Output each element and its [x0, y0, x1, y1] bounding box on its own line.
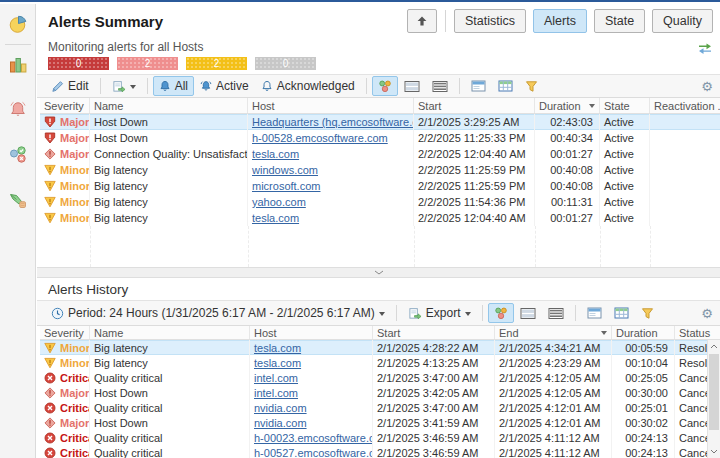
start-cell: 2/1/2025 4:28:22 AM: [373, 340, 495, 355]
table-view-button[interactable]: [492, 77, 519, 95]
host-link[interactable]: nvidia.com: [254, 402, 307, 414]
host-state-icon[interactable]: [7, 144, 29, 166]
nav-button-statistics[interactable]: Statistics: [454, 9, 526, 33]
summary-row[interactable]: MinorBig latencywindows.com2/2/2025 11:2…: [40, 162, 720, 178]
column-header-state[interactable]: State: [600, 98, 650, 113]
edit-button[interactable]: Edit: [45, 76, 95, 96]
panel-splitter[interactable]: [37, 267, 720, 278]
start-cell: 2/1/2025 3:41:59 AM: [373, 415, 495, 430]
column-header-host[interactable]: Host: [250, 326, 373, 339]
host-cell: microsoft.com: [248, 178, 414, 194]
host-link[interactable]: tesla.com: [252, 148, 299, 160]
column-header-severity[interactable]: Severity: [40, 98, 90, 113]
up-arrow-button[interactable]: [407, 9, 437, 33]
history-card-view-button[interactable]: [581, 304, 608, 322]
column-header-duration[interactable]: Duration: [612, 326, 675, 339]
host-link[interactable]: Headquarters (hq.emcosoftware.com): [252, 116, 414, 128]
severity-critical-circle-icon: [44, 372, 56, 384]
nav-button-state[interactable]: State: [594, 9, 645, 33]
history-row[interactable]: MajorHost Downintel.com2/1/2025 3:42:05 …: [40, 385, 720, 400]
nav-button-alerts[interactable]: Alerts: [533, 9, 587, 33]
history-row[interactable]: CriticalQuality criticalh-00527.emcosoft…: [40, 445, 720, 458]
severity-label: Minor: [60, 164, 90, 176]
history-row[interactable]: MinorBig latencytesla.com2/1/2025 4:28:2…: [40, 340, 720, 355]
history-alert-dots-toggle[interactable]: [488, 303, 514, 323]
duration-cell: 00:05:59: [612, 340, 675, 355]
history-scrollbar[interactable]: [707, 340, 720, 458]
filter-all-button[interactable]: All: [153, 76, 194, 96]
column-header-host[interactable]: Host: [248, 98, 414, 113]
list-layout-toggle[interactable]: [426, 77, 454, 96]
nav-button-quality[interactable]: Quality: [652, 9, 713, 33]
title-bar: Alerts Summary Statistics Alerts State Q…: [37, 4, 720, 38]
column-header-name[interactable]: Name: [90, 98, 248, 113]
column-header-severity[interactable]: Severity: [40, 326, 90, 339]
alert-name-cell: Host Down: [90, 114, 248, 130]
history-table-view-button[interactable]: [608, 304, 635, 322]
column-header-name[interactable]: Name: [90, 326, 250, 339]
history-row[interactable]: CriticalQuality criticalh-00023.emcosoft…: [40, 430, 720, 445]
summary-row[interactable]: MinorBig latencyyahoo.com2/2/2025 11:54:…: [40, 194, 720, 210]
severity-critical-circle-icon: [44, 402, 56, 414]
duration-cell: 00:30:02: [612, 415, 675, 430]
host-link[interactable]: intel.com: [254, 372, 298, 384]
host-link[interactable]: tesla.com: [254, 342, 301, 354]
column-header-duration[interactable]: Duration: [535, 98, 600, 113]
bar-chart-icon[interactable]: [7, 54, 29, 76]
end-cell: 2/1/2025 4:34:21 AM: [495, 340, 612, 355]
history-row[interactable]: MajorHost Downnvidia.com2/1/2025 3:41:59…: [40, 415, 720, 430]
column-header-end[interactable]: End: [495, 326, 612, 339]
filter-acknowledged-button[interactable]: Acknowledged: [255, 76, 361, 96]
scroll-down-icon[interactable]: [708, 445, 720, 458]
host-link[interactable]: intel.com: [254, 387, 298, 399]
alert-type-dots-toggle[interactable]: [372, 76, 398, 96]
summary-row[interactable]: MajorHost Downh-00528.emcosoftware.com2/…: [40, 130, 720, 146]
up-arrow-icon: [416, 15, 428, 27]
summary-row[interactable]: MinorBig latencytesla.com2/2/2025 12:04:…: [40, 210, 720, 226]
period-button[interactable]: Period: 24 Hours (1/31/2025 6:17 AM - 2/…: [45, 303, 391, 323]
swap-arrows-icon[interactable]: [697, 41, 715, 57]
severity-cell: Major: [40, 415, 90, 430]
host-link[interactable]: tesla.com: [252, 212, 299, 224]
host-link[interactable]: h-00023.emcosoftware.com: [254, 432, 373, 444]
filter-funnel-button[interactable]: [519, 77, 544, 96]
summary-row[interactable]: MajorHost DownHeadquarters (hq.emcosoftw…: [40, 114, 720, 130]
badge-critical: 0: [48, 57, 109, 70]
severity-host-down-icon: [44, 132, 56, 144]
settings-gear-icon[interactable]: ⚙: [701, 80, 713, 93]
filter-active-button[interactable]: Active: [194, 76, 255, 96]
column-header-start[interactable]: Start: [414, 98, 535, 113]
host-link[interactable]: h-00528.emcosoftware.com: [252, 132, 388, 144]
reactivation-cell: [650, 178, 720, 194]
end-cell: 2/1/2025 4:12:05 AM: [495, 385, 612, 400]
host-link[interactable]: microsoft.com: [252, 180, 320, 192]
alerts-bell-icon[interactable]: [7, 99, 29, 121]
history-row[interactable]: MinorBig latencytesla.com2/1/2025 4:13:2…: [40, 355, 720, 370]
host-link[interactable]: windows.com: [252, 164, 318, 176]
alert-name-cell: Host Down: [90, 130, 248, 146]
history-row[interactable]: CriticalQuality criticalintel.com2/1/202…: [40, 370, 720, 385]
edit-pencil-icon: [51, 80, 64, 93]
history-row-layout-toggle[interactable]: [514, 304, 542, 323]
history-list-layout-toggle[interactable]: [542, 304, 570, 323]
host-link[interactable]: tesla.com: [254, 357, 301, 369]
history-filter-funnel-button[interactable]: [635, 304, 660, 323]
host-link[interactable]: h-00527.emcosoftware.com: [254, 447, 373, 458]
scroll-up-icon[interactable]: [708, 340, 720, 353]
column-header-start[interactable]: Start: [373, 326, 495, 339]
history-export-button[interactable]: Export: [402, 303, 477, 323]
summary-row[interactable]: MajorConnection Quality: Unsatisfactoryt…: [40, 146, 720, 162]
pie-chart-icon[interactable]: [7, 13, 29, 35]
column-header-reactivation[interactable]: Reactivation ...: [650, 98, 720, 113]
column-header-status[interactable]: Status: [675, 326, 720, 339]
settings-gear-icon[interactable]: ⚙: [701, 307, 713, 320]
export-menu-button[interactable]: [106, 77, 142, 96]
history-row[interactable]: CriticalQuality criticalnvidia.com2/1/20…: [40, 400, 720, 415]
host-link[interactable]: nvidia.com: [254, 417, 307, 429]
scrollbar-thumb[interactable]: [709, 354, 719, 430]
row-layout-toggle[interactable]: [398, 77, 426, 96]
quality-brush-icon[interactable]: [7, 189, 29, 211]
card-view-button[interactable]: [465, 77, 492, 95]
summary-row[interactable]: MinorBig latencymicrosoft.com2/2/2025 11…: [40, 178, 720, 194]
host-link[interactable]: yahoo.com: [252, 196, 306, 208]
